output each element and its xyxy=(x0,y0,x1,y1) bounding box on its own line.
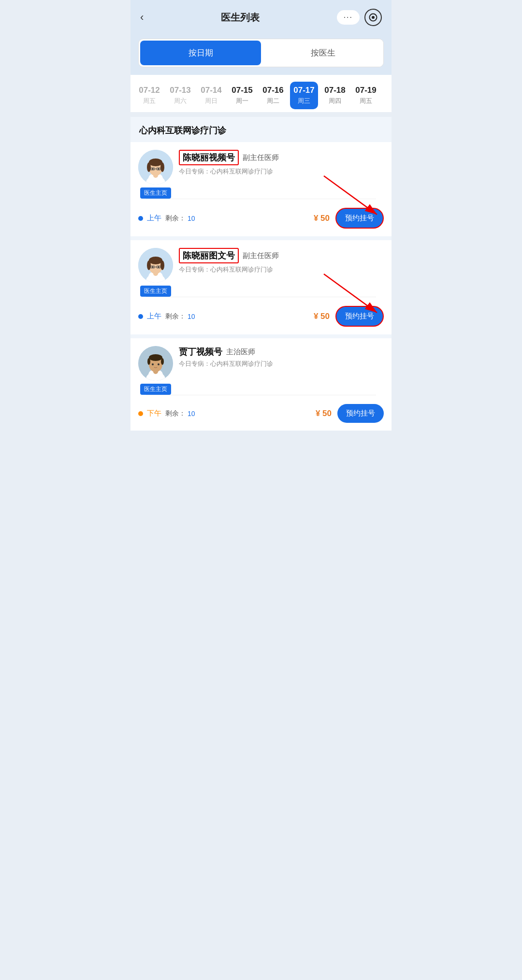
svg-point-9 xyxy=(160,162,164,172)
date-item-0715[interactable]: 07-15 周一 xyxy=(228,82,256,109)
date-item-0717[interactable]: 07-17 周三 xyxy=(290,82,318,109)
appt-row-jia-video: 下午 剩余： 10 ¥ 50 预约挂号 xyxy=(138,397,384,431)
page-title: 医生列表 xyxy=(221,11,260,24)
doctor-title-chen-video: 副主任医师 xyxy=(243,153,279,162)
svg-point-23 xyxy=(147,260,151,270)
appt-price-chen-graphic: ¥ 50 xyxy=(314,312,330,321)
appt-remain-label-jia-video: 剩余： xyxy=(165,409,186,418)
camera-button[interactable] xyxy=(364,9,382,26)
svg-point-29 xyxy=(158,266,160,268)
doctor-info-row-2: 医生主页 陈晓丽图文号 副主任医师 今日专病：心内科互联网诊疗门诊 xyxy=(138,248,384,297)
svg-point-40 xyxy=(152,363,154,365)
tab-by-doctor[interactable]: 按医生 xyxy=(262,39,383,67)
date-item-0719[interactable]: 07-19 周五 xyxy=(352,82,380,109)
svg-point-8 xyxy=(147,162,151,172)
appt-dot-chen-video xyxy=(138,216,143,221)
appt-remain-label-chen-video: 剩余： xyxy=(165,214,186,223)
date-item-0712[interactable]: 07-12 周五 xyxy=(135,82,163,109)
doctor-name-row: 陈晓丽视频号 副主任医师 xyxy=(179,150,384,165)
book-btn-chen-video[interactable]: 预约挂号 xyxy=(335,208,384,229)
section-title: 心内科互联网诊疗门诊 xyxy=(130,117,392,142)
svg-point-41 xyxy=(158,363,160,365)
header-actions: ··· xyxy=(337,9,382,26)
appt-price-chen-video: ¥ 50 xyxy=(314,214,330,223)
avatar-wrap-chen-graphic: 医生主页 xyxy=(138,248,173,297)
date-selector: 07-12 周五 07-13 周六 07-14 周日 07-15 周一 07-1… xyxy=(130,75,392,112)
doctor-specialty-chen-graphic: 今日专病：心内科互联网诊疗门诊 xyxy=(179,265,384,274)
avatar-wrap-chen-video: 医生主页 xyxy=(138,150,173,199)
header: ‹ 医生列表 ··· xyxy=(130,0,392,33)
appt-dot-jia-video xyxy=(138,411,143,416)
book-btn-chen-graphic[interactable]: 预约挂号 xyxy=(335,306,384,327)
section-cardiology: 心内科互联网诊疗门诊 xyxy=(130,117,392,431)
appt-remain-label-chen-graphic: 剩余： xyxy=(165,312,186,321)
avatar-jia-video xyxy=(138,346,173,381)
svg-point-14 xyxy=(158,168,160,170)
doctor-card-jia-video: 医生主页 贾丁视频号 主治医师 今日专病：心内科互联网诊疗门诊 下午 剩余： 1… xyxy=(130,338,392,431)
svg-point-7 xyxy=(149,159,162,166)
doctor-details-chen-video: 陈晓丽视频号 副主任医师 今日专病：心内科互联网诊疗门诊 xyxy=(179,150,384,176)
doctor-info-row-3: 医生主页 贾丁视频号 主治医师 今日专病：心内科互联网诊疗门诊 xyxy=(138,346,384,395)
appt-price-jia-video: ¥ 50 xyxy=(316,409,332,418)
appt-dot-chen-graphic xyxy=(138,314,143,319)
avatar-chen-video xyxy=(138,150,173,185)
doctor-title-jia-video: 主治医师 xyxy=(226,347,255,357)
doctor-title-chen-graphic: 副主任医师 xyxy=(243,251,279,260)
avatar-chen-graphic xyxy=(138,248,173,283)
home-btn-jia-video[interactable]: 医生主页 xyxy=(140,384,171,395)
book-btn-jia-video[interactable]: 预约挂号 xyxy=(337,404,384,423)
date-item-0718[interactable]: 07-18 周四 xyxy=(321,82,349,109)
doctor-details-chen-graphic: 陈晓丽图文号 副主任医师 今日专病：心内科互联网诊疗门诊 xyxy=(179,248,384,274)
doctor-details-jia-video: 贾丁视频号 主治医师 今日专病：心内科互联网诊疗门诊 xyxy=(179,346,384,368)
tab-container: 按日期 按医生 xyxy=(138,39,384,67)
svg-point-24 xyxy=(160,260,164,270)
date-scroll: 07-12 周五 07-13 周六 07-14 周日 07-15 周一 07-1… xyxy=(130,82,392,109)
appt-row-chen-video: 上午 剩余： 10 ¥ 50 预约挂号 xyxy=(138,201,384,236)
doctor-specialty-chen-video: 今日专病：心内科互联网诊疗门诊 xyxy=(179,167,384,176)
svg-point-37 xyxy=(149,354,162,361)
tab-by-date[interactable]: 按日期 xyxy=(140,41,261,65)
home-btn-chen-video[interactable]: 医生主页 xyxy=(140,187,171,199)
avatar-wrap-jia-video: 医生主页 xyxy=(138,346,173,395)
doctor-name-jia-video: 贾丁视频号 xyxy=(179,346,222,358)
date-item-0714[interactable]: 07-14 周日 xyxy=(197,82,225,109)
appt-row-chen-graphic: 上午 剩余： 10 ¥ 50 预约挂号 xyxy=(138,299,384,334)
doctor-info-row: 医生主页 陈晓丽视频号 副主任医师 今日专病：心内科互联网诊疗门诊 xyxy=(138,150,384,199)
appt-remain-num-chen-video: 10 xyxy=(188,215,195,222)
svg-point-38 xyxy=(147,358,150,365)
svg-point-1 xyxy=(372,16,375,19)
svg-point-22 xyxy=(149,257,162,264)
doctor-name-chen-video: 陈晓丽视频号 xyxy=(179,150,239,165)
appt-time-chen-video: 上午 xyxy=(147,214,161,223)
tab-switcher: 按日期 按医生 xyxy=(130,33,392,75)
appt-remain-num-chen-graphic: 10 xyxy=(188,313,195,320)
appt-remain-num-jia-video: 10 xyxy=(188,410,195,418)
doctor-specialty-jia-video: 今日专病：心内科互联网诊疗门诊 xyxy=(179,360,384,368)
appt-time-chen-graphic: 上午 xyxy=(147,312,161,321)
date-item-0716[interactable]: 07-16 周二 xyxy=(259,82,287,109)
doctor-name-chen-graphic: 陈晓丽图文号 xyxy=(179,248,239,263)
home-btn-chen-graphic[interactable]: 医生主页 xyxy=(140,286,171,297)
appt-time-jia-video: 下午 xyxy=(147,409,161,418)
svg-point-13 xyxy=(152,168,154,170)
svg-point-28 xyxy=(152,266,154,268)
svg-point-39 xyxy=(161,358,164,365)
doctor-name-row-2: 陈晓丽图文号 副主任医师 xyxy=(179,248,384,263)
more-button[interactable]: ··· xyxy=(337,10,360,25)
back-button[interactable]: ‹ xyxy=(140,11,144,24)
doctor-card-chen-video: 医生主页 陈晓丽视频号 副主任医师 今日专病：心内科互联网诊疗门诊 上午 剩余：… xyxy=(130,142,392,236)
doctor-name-row-3: 贾丁视频号 主治医师 xyxy=(179,346,384,358)
doctor-card-chen-graphic: 医生主页 陈晓丽图文号 副主任医师 今日专病：心内科互联网诊疗门诊 上午 剩余：… xyxy=(130,240,392,334)
date-item-0713[interactable]: 07-13 周六 xyxy=(166,82,194,109)
